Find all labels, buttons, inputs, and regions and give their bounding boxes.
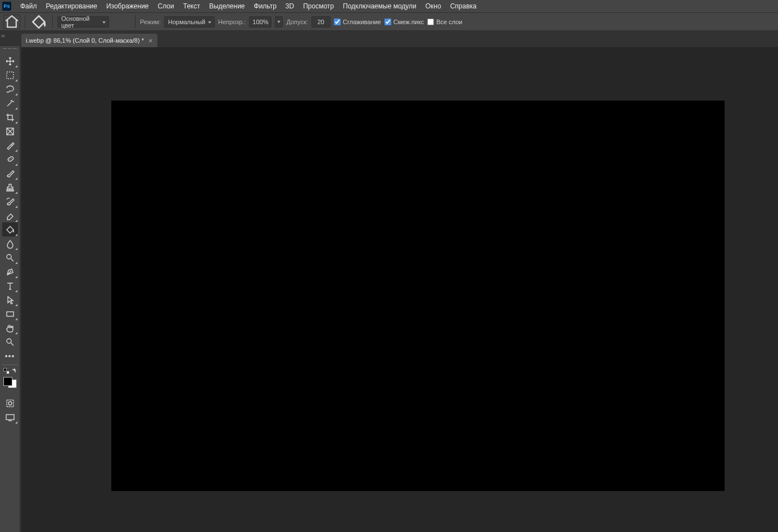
current-tool-indicator[interactable] [30, 15, 48, 29]
move-icon [5, 56, 15, 66]
home-button[interactable] [3, 15, 20, 29]
swap-colors-icon[interactable] [11, 368, 17, 374]
menu-select[interactable]: Выделение [205, 1, 250, 12]
menu-layer[interactable]: Слои [153, 1, 179, 12]
dodge-icon [5, 253, 15, 263]
foreground-color-swatch[interactable] [3, 377, 12, 386]
brush-icon [5, 169, 15, 179]
type-tool[interactable] [2, 279, 18, 293]
svg-rect-8 [7, 312, 13, 316]
eraser-tool[interactable] [2, 208, 18, 222]
menu-view[interactable]: Просмотр [298, 1, 338, 12]
marquee-tool[interactable] [2, 68, 18, 82]
screen-mode-button[interactable] [2, 410, 18, 424]
swatch-controls [2, 367, 18, 375]
hand-tool[interactable] [2, 321, 18, 335]
contiguous-option[interactable]: Смеж.пикс [385, 19, 424, 25]
document-tab-bar: i.webp @ 86,1% (Слой 0, Слой-маска/8) * … [21, 33, 778, 47]
mode-label: Режим: [140, 19, 161, 25]
menu-window[interactable]: Окно [421, 1, 446, 12]
lasso-icon [5, 84, 15, 94]
app-logo: Ps [2, 2, 11, 11]
path-selection-tool[interactable] [2, 293, 18, 307]
lasso-tool[interactable] [2, 82, 18, 96]
contiguous-label: Смеж.пикс [393, 19, 424, 25]
pen-icon [5, 267, 15, 277]
fill-source-label: Основной цвет [61, 15, 98, 29]
opacity-label: Непрозр.: [218, 19, 246, 25]
dodge-tool[interactable] [2, 251, 18, 265]
spot-healing-tool[interactable] [2, 152, 18, 166]
blend-mode-select[interactable]: Нормальный [164, 16, 215, 28]
rectangle-tool[interactable] [2, 307, 18, 321]
menu-image[interactable]: Изображение [102, 1, 153, 12]
quick-mask-icon [5, 398, 15, 408]
toolbox: ••• [0, 46, 20, 532]
home-icon [4, 14, 20, 30]
close-tab-icon[interactable]: × [148, 37, 153, 45]
paint-bucket-icon [30, 13, 48, 31]
blend-mode-value: Нормальный [168, 19, 205, 25]
hand-icon [5, 323, 15, 333]
menu-edit[interactable]: Редактирование [42, 1, 102, 12]
opacity-dropdown[interactable] [275, 16, 283, 28]
bucket-icon [5, 225, 15, 235]
document-tab[interactable]: i.webp @ 86,1% (Слой 0, Слой-маска/8) * … [21, 34, 157, 47]
menu-type[interactable]: Текст [179, 1, 205, 12]
zoom-icon [5, 337, 15, 347]
svg-rect-12 [6, 415, 14, 420]
canvas-area[interactable] [21, 47, 778, 532]
svg-point-11 [8, 402, 12, 405]
contiguous-checkbox[interactable] [385, 19, 391, 25]
move-tool[interactable] [2, 54, 18, 68]
toolbox-grip[interactable] [2, 48, 19, 52]
svg-rect-0 [7, 72, 13, 79]
tolerance-input[interactable]: 20 [311, 16, 331, 28]
frame-tool[interactable] [2, 124, 18, 138]
options-bar: Основной цвет Режим: Нормальный Непрозр.… [0, 12, 778, 31]
zoom-tool[interactable] [2, 335, 18, 349]
svg-point-7 [10, 271, 11, 272]
document-tab-title: i.webp @ 86,1% (Слой 0, Слой-маска/8) * [26, 37, 144, 44]
menu-bar: Ps Файл Редактирование Изображение Слои … [0, 0, 778, 12]
expand-panels-toggle[interactable]: ›› [1, 33, 8, 38]
history-brush-tool[interactable] [2, 194, 18, 208]
edit-toolbar-button[interactable]: ••• [2, 349, 18, 363]
antialias-label: Сглаживание [343, 19, 381, 25]
default-colors-button[interactable] [3, 368, 9, 374]
svg-point-6 [7, 254, 11, 259]
clone-stamp-tool[interactable] [2, 180, 18, 194]
separator [25, 15, 25, 29]
separator [52, 15, 53, 29]
stamp-icon [5, 183, 15, 193]
more-icon: ••• [5, 352, 15, 361]
separator [135, 15, 135, 29]
history-brush-icon [5, 197, 15, 207]
brush-tool[interactable] [2, 166, 18, 180]
antialias-checkbox[interactable] [334, 19, 341, 25]
quick-mask-button[interactable] [2, 396, 18, 410]
crop-tool[interactable] [2, 110, 18, 124]
menu-3d[interactable]: 3D [281, 1, 298, 12]
menu-plugins[interactable]: Подключаемые модули [338, 1, 421, 12]
blur-tool[interactable] [2, 237, 18, 251]
blur-icon [5, 239, 15, 249]
paint-bucket-tool[interactable] [2, 222, 18, 237]
menu-filter[interactable]: Фильтр [250, 1, 281, 12]
magic-wand-tool[interactable] [2, 96, 18, 110]
all-layers-label: Все слои [436, 19, 462, 25]
document-canvas[interactable] [111, 101, 725, 491]
opacity-input[interactable]: 100% [249, 16, 272, 28]
pen-tool[interactable] [2, 265, 18, 279]
fill-source-select[interactable]: Основной цвет [57, 16, 109, 28]
color-swatch[interactable] [2, 376, 18, 389]
menu-help[interactable]: Справка [446, 1, 481, 12]
menu-file[interactable]: Файл [16, 1, 42, 12]
antialias-option[interactable]: Сглаживание [334, 19, 381, 25]
svg-rect-3 [7, 156, 14, 162]
eyedropper-tool[interactable] [2, 138, 18, 152]
svg-point-9 [7, 339, 11, 343]
all-layers-checkbox[interactable] [427, 19, 434, 25]
tolerance-value: 20 [318, 19, 324, 25]
all-layers-option[interactable]: Все слои [427, 19, 462, 25]
